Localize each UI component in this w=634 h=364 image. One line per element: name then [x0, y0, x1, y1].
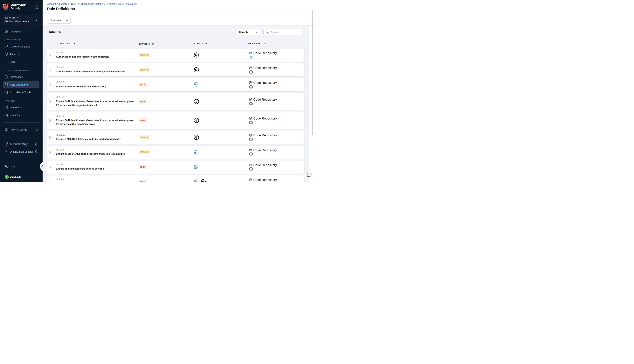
svg-text:CIS: CIS [195, 151, 199, 153]
svg-text:CIS: CIS [195, 181, 199, 182]
svg-text:?: ? [6, 164, 7, 166]
svg-text:CIS: CIS [195, 166, 199, 168]
svg-text:CIS: CIS [195, 84, 199, 86]
